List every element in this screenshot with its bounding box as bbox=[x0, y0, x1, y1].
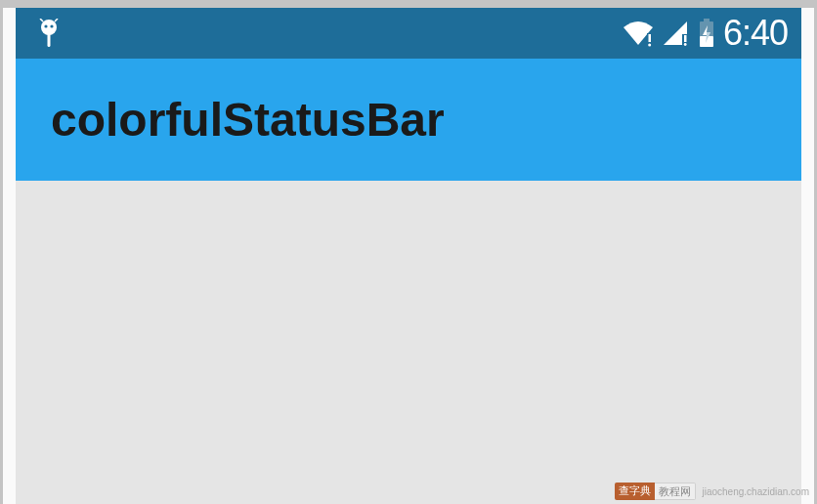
cellular-signal-icon bbox=[663, 21, 690, 46]
watermark-badge: 查字典 教程网 bbox=[615, 483, 696, 500]
svg-line-4 bbox=[55, 19, 58, 21]
status-left bbox=[37, 19, 61, 48]
status-bar-clock: 6:40 bbox=[723, 16, 788, 51]
svg-point-2 bbox=[50, 24, 53, 27]
app-title: colorfulStatusBar bbox=[51, 93, 445, 147]
svg-rect-12 bbox=[704, 19, 710, 21]
svg-point-0 bbox=[41, 20, 57, 35]
android-debug-icon bbox=[37, 19, 61, 48]
app-bar: colorfulStatusBar bbox=[16, 59, 801, 181]
svg-rect-10 bbox=[684, 35, 687, 42]
battery-charging-icon bbox=[698, 19, 715, 48]
status-right: 6:40 bbox=[622, 16, 788, 51]
watermark-url: jiaocheng.chazidian.com bbox=[702, 486, 809, 497]
svg-line-3 bbox=[40, 19, 43, 21]
svg-point-1 bbox=[44, 24, 47, 27]
watermark: 查字典 教程网 jiaocheng.chazidian.com bbox=[615, 483, 809, 500]
device-screen: 6:40 colorfulStatusBar bbox=[16, 8, 801, 504]
svg-point-8 bbox=[648, 44, 651, 47]
wifi-icon bbox=[622, 20, 655, 47]
content-area bbox=[16, 181, 801, 504]
svg-rect-7 bbox=[648, 34, 651, 42]
svg-point-11 bbox=[684, 43, 687, 46]
status-bar: 6:40 bbox=[16, 8, 801, 59]
svg-rect-5 bbox=[48, 33, 51, 47]
